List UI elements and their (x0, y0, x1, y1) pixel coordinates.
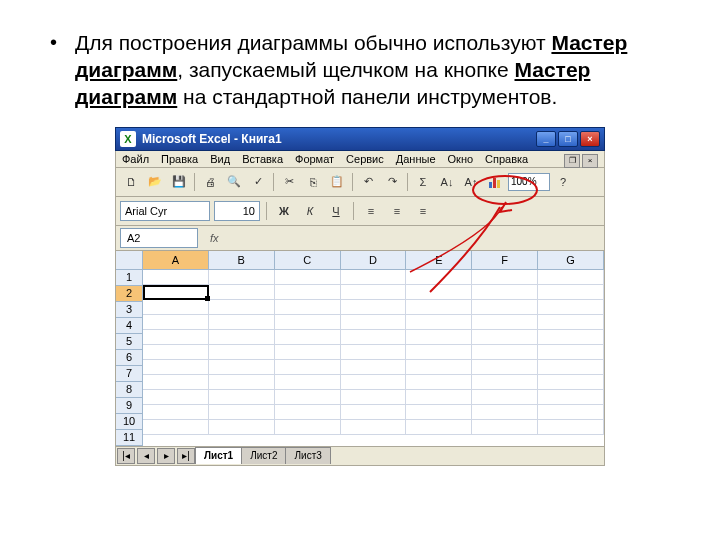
italic-button[interactable]: К (299, 200, 321, 222)
cut-icon[interactable]: ✂ (278, 171, 300, 193)
menu-bar: Файл Правка Вид Вставка Формат Сервис Да… (115, 151, 605, 168)
spreadsheet-grid[interactable]: A B C D E F G 1 2 3 4 5 6 7 8 9 (115, 251, 605, 447)
row-header[interactable]: 3 (116, 302, 143, 318)
font-size-combo[interactable]: 10 (214, 201, 260, 221)
font-combo[interactable]: Arial Cyr (120, 201, 210, 221)
menu-insert[interactable]: Вставка (242, 153, 283, 165)
align-left-icon[interactable]: ≡ (360, 200, 382, 222)
row-header[interactable]: 5 (116, 334, 143, 350)
bold-button[interactable]: Ж (273, 200, 295, 222)
row-header[interactable]: 1 (116, 270, 143, 286)
col-header[interactable]: E (406, 251, 472, 270)
excel-screenshot: X Microsoft Excel - Книга1 _ □ × Файл Пр… (115, 127, 605, 466)
col-header[interactable]: B (209, 251, 275, 270)
paste-icon[interactable]: 📋 (326, 171, 348, 193)
print-icon[interactable]: 🖨 (199, 171, 221, 193)
row-header[interactable]: 11 (116, 430, 143, 446)
tab-nav-prev[interactable]: ◂ (137, 448, 155, 464)
align-center-icon[interactable]: ≡ (386, 200, 408, 222)
spellcheck-icon[interactable]: ✓ (247, 171, 269, 193)
tab-nav-next[interactable]: ▸ (157, 448, 175, 464)
preview-icon[interactable]: 🔍 (223, 171, 245, 193)
select-all-corner[interactable] (116, 251, 143, 270)
zoom-combo[interactable]: 100% (508, 173, 550, 191)
sheet-tab[interactable]: Лист2 (241, 447, 286, 464)
title-bar: X Microsoft Excel - Книга1 _ □ × (115, 127, 605, 151)
redo-icon[interactable]: ↷ (381, 171, 403, 193)
minimize-button[interactable]: _ (536, 131, 556, 147)
svg-rect-2 (497, 180, 500, 188)
fx-label: fx (210, 232, 219, 244)
autosum-icon[interactable]: Σ (412, 171, 434, 193)
svg-rect-1 (493, 178, 496, 188)
menu-window[interactable]: Окно (448, 153, 474, 165)
col-header[interactable]: C (275, 251, 341, 270)
undo-icon[interactable]: ↶ (357, 171, 379, 193)
sheet-tab-bar: |◂ ◂ ▸ ▸| Лист1 Лист2 Лист3 (115, 447, 605, 466)
sort-desc-icon[interactable]: A↑ (460, 171, 482, 193)
row-header[interactable]: 7 (116, 366, 143, 382)
menu-format[interactable]: Формат (295, 153, 334, 165)
excel-icon: X (120, 131, 136, 147)
menu-tools[interactable]: Сервис (346, 153, 384, 165)
doc-close-button[interactable]: × (582, 154, 598, 168)
align-right-icon[interactable]: ≡ (412, 200, 434, 222)
sheet-tab[interactable]: Лист1 (195, 447, 242, 464)
help-icon[interactable]: ? (552, 171, 574, 193)
open-icon[interactable]: 📂 (144, 171, 166, 193)
col-header[interactable]: D (341, 251, 407, 270)
close-button[interactable]: × (580, 131, 600, 147)
row-header[interactable]: 6 (116, 350, 143, 366)
standard-toolbar: 🗋 📂 💾 🖨 🔍 ✓ ✂ ⎘ 📋 ↶ ↷ Σ A↓ A↑ 100% ? (115, 168, 605, 197)
menu-data[interactable]: Данные (396, 153, 436, 165)
row-header[interactable]: 2 (116, 286, 143, 302)
bullet-dot: • (50, 30, 57, 111)
doc-restore-button[interactable]: ❐ (564, 154, 580, 168)
menu-help[interactable]: Справка (485, 153, 528, 165)
sheet-tab[interactable]: Лист3 (285, 447, 330, 464)
col-header[interactable]: G (538, 251, 604, 270)
new-icon[interactable]: 🗋 (120, 171, 142, 193)
row-header[interactable]: 8 (116, 382, 143, 398)
underline-button[interactable]: Ч (325, 200, 347, 222)
row-header[interactable]: 4 (116, 318, 143, 334)
row-header[interactable]: 9 (116, 398, 143, 414)
menu-file[interactable]: Файл (122, 153, 149, 165)
svg-rect-0 (489, 182, 492, 188)
bullet-text: Для построения диаграммы обычно использу… (75, 30, 670, 111)
chart-wizard-icon[interactable] (484, 171, 506, 193)
copy-icon[interactable]: ⎘ (302, 171, 324, 193)
tab-nav-last[interactable]: ▸| (177, 448, 195, 464)
window-title: Microsoft Excel - Книга1 (142, 132, 282, 146)
menu-edit[interactable]: Правка (161, 153, 198, 165)
formula-bar: A2 fx (115, 226, 605, 251)
menu-view[interactable]: Вид (210, 153, 230, 165)
tab-nav-first[interactable]: |◂ (117, 448, 135, 464)
active-cell[interactable] (143, 285, 209, 300)
col-header[interactable]: F (472, 251, 538, 270)
bullet-item: • Для построения диаграммы обычно исполь… (50, 30, 670, 111)
maximize-button[interactable]: □ (558, 131, 578, 147)
formatting-toolbar: Arial Cyr 10 Ж К Ч ≡ ≡ ≡ (115, 197, 605, 226)
sort-asc-icon[interactable]: A↓ (436, 171, 458, 193)
save-icon[interactable]: 💾 (168, 171, 190, 193)
row-header[interactable]: 10 (116, 414, 143, 430)
name-box[interactable]: A2 (120, 228, 198, 248)
col-header[interactable]: A (143, 251, 209, 270)
